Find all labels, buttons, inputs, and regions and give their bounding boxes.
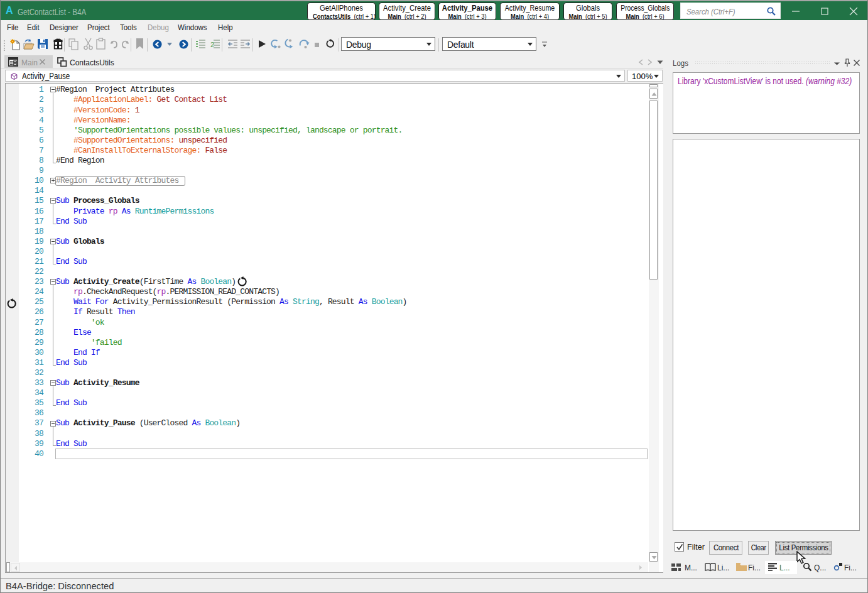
svg-text:2: 2 (210, 41, 214, 48)
